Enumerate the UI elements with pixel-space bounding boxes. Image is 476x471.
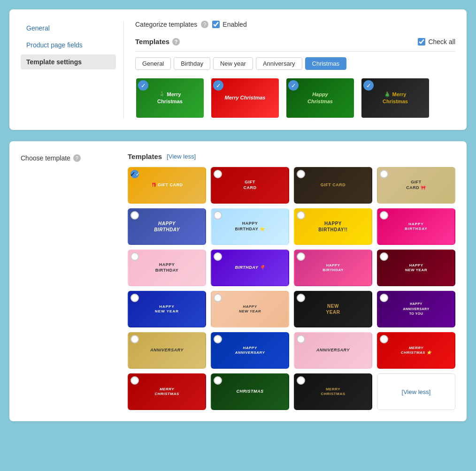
card-xmas5[interactable]: MerryChristmas ⭐	[377, 332, 455, 369]
categorize-row: Categorize templates ? Enabled	[135, 21, 455, 28]
card-gc3[interactable]: Gift Card	[294, 167, 372, 204]
check-all-text: Check all	[428, 38, 455, 46]
check-dot-bd2	[214, 211, 222, 220]
enabled-checkbox-label[interactable]: Enabled	[212, 21, 246, 28]
templates-title-text: Templates	[135, 38, 169, 46]
card-ny1-text: HAPPYNEW YEAR	[153, 303, 181, 316]
christmas-card-1[interactable]: ✓ 🎄 MerryChristmas	[135, 77, 205, 119]
card-xmas7-text: Christmas	[235, 387, 266, 396]
card-xmas7[interactable]: Christmas	[211, 373, 289, 410]
check-dot-ny1	[131, 294, 139, 302]
card-bd7-text: HAPPYBIRTHDAY	[321, 261, 345, 275]
card-gc2[interactable]: GiftCard	[211, 167, 289, 204]
choose-template-label: Choose template ?	[21, 154, 116, 162]
card-ny2[interactable]: HAPPYNEW YEAR	[211, 291, 289, 327]
card-bd2[interactable]: HAPPYBIRTHDAY ⭐	[211, 208, 289, 245]
tab-anniversary[interactable]: Anniversary	[256, 57, 302, 70]
card-ann3-text: Anniversary	[315, 346, 352, 355]
templates-header: Templates ? Check all	[135, 38, 455, 52]
sidebar-item-template-settings[interactable]: Template settings	[21, 54, 116, 69]
check-dot-bd3	[297, 211, 305, 220]
card-gc2-text: GiftCard	[242, 178, 259, 192]
tab-birthday[interactable]: Birthday	[174, 57, 210, 70]
check-dot-xmas8	[297, 376, 305, 385]
check-badge-2: ✓	[213, 80, 223, 91]
check-dot-gc2	[214, 170, 222, 178]
card-4-text: 🎄 MerryChristmas	[380, 78, 411, 118]
card-ann2-text: HappyAnniversary	[233, 344, 267, 357]
card-bd7[interactable]: HAPPYBIRTHDAY	[294, 250, 372, 286]
card-bd1[interactable]: HappyBirthday	[128, 208, 206, 245]
templates-section-title: Templates ?	[135, 38, 180, 46]
card-bd2-text: HAPPYBIRTHDAY ⭐	[233, 219, 267, 234]
check-all-label[interactable]: Check all	[418, 38, 455, 46]
card-bd5[interactable]: HappyBirthday	[128, 250, 206, 286]
card-bd3-text: HappyBirthday!!	[316, 219, 349, 235]
christmas-card-3[interactable]: ✓ HappyChristmas	[285, 77, 355, 119]
card-xmas5-text: MerryChristmas ⭐	[399, 344, 433, 357]
sidebar-item-general[interactable]: General	[21, 21, 116, 36]
card-gc4[interactable]: GiftCard 🎀	[377, 167, 455, 204]
card-xmas8[interactable]: MerryChristmas	[294, 373, 372, 410]
card-bd5-text: HappyBirthday	[154, 260, 181, 275]
check-dot-xmas7	[214, 376, 222, 385]
check-dot-bd4	[380, 211, 388, 220]
enabled-checkbox[interactable]	[212, 21, 220, 28]
card-view-less[interactable]: [View less]	[377, 373, 455, 410]
filter-tabs: General Birthday New year Anniversary Ch…	[135, 57, 455, 70]
card-3-text: HappyChristmas	[305, 78, 336, 118]
card-bd6[interactable]: Birthday 🎈	[211, 250, 289, 286]
card-ny-extra-text: HAPPYNEW YEAR	[403, 261, 429, 275]
choose-template-help-icon[interactable]: ?	[73, 154, 81, 162]
choose-template-section: Choose template ?	[21, 152, 124, 410]
card-bd1-text: HappyBirthday	[152, 219, 182, 235]
card-gc3-text: Gift Card	[319, 181, 348, 190]
bottom-templates-header: Templates [View less]	[128, 152, 455, 160]
bottom-panel: Choose template ? Templates [View less] …	[9, 141, 467, 421]
card-bd4[interactable]: HAPPYBIRTHDAY	[377, 208, 455, 245]
card-1-text: 🎄 MerryChristmas	[154, 78, 185, 118]
card-ny2-text: HAPPYNEW YEAR	[237, 303, 263, 316]
bottom-templates-title: Templates	[128, 152, 162, 160]
enabled-label-text: Enabled	[223, 21, 246, 28]
check-dot-ann2	[214, 335, 222, 343]
check-dot-bd1	[131, 211, 139, 220]
card-gc4-text: GiftCard 🎀	[404, 178, 428, 192]
card-2-text: Merry Christmas	[222, 78, 269, 118]
card-xmas6-text: MerryChristmas	[153, 385, 181, 399]
card-ann1[interactable]: Anniversary	[128, 332, 206, 369]
check-badge-1: ✓	[138, 80, 148, 91]
card-ann1-text: Anniversary	[148, 346, 185, 355]
check-dot-gc3	[297, 170, 305, 178]
card-xmas6[interactable]: MerryChristmas	[128, 373, 206, 410]
card-xmas8-text: MerryChristmas	[319, 385, 347, 399]
check-dot-ny-extra	[380, 252, 388, 261]
check-all-checkbox[interactable]	[418, 38, 425, 46]
choose-template-text: Choose template	[21, 154, 70, 162]
check-dot-ann1	[131, 335, 139, 343]
view-less-link-top[interactable]: [View less]	[167, 153, 196, 160]
tab-general[interactable]: General	[135, 57, 171, 70]
christmas-card-4[interactable]: ✓ 🎄 MerryChristmas	[361, 77, 430, 119]
view-less-link-bottom[interactable]: [View less]	[402, 388, 431, 395]
tab-christmas[interactable]: Christmas	[305, 57, 347, 70]
card-ann-extra-text: HAPPYANNIVERSARYTO YOU	[401, 300, 431, 319]
card-ann3[interactable]: Anniversary	[294, 332, 372, 369]
sidebar-item-product-page-fields[interactable]: Product page fields	[21, 38, 116, 53]
card-gc1[interactable]: ✓ 🎁 GIFT CARD	[128, 167, 206, 204]
card-ny3-text: NewYear	[324, 301, 342, 317]
card-ann2[interactable]: HappyAnniversary	[211, 332, 289, 369]
card-bd3[interactable]: HappyBirthday!!	[294, 208, 372, 245]
card-ny3[interactable]: NewYear	[294, 291, 372, 327]
check-dot-xmas5	[380, 335, 388, 343]
check-dot-bd7	[297, 252, 305, 261]
check-dot-bd6	[214, 252, 222, 261]
templates-help-icon[interactable]: ?	[172, 38, 180, 46]
categorize-help-icon[interactable]: ?	[201, 21, 208, 28]
christmas-card-2[interactable]: ✓ Merry Christmas	[210, 77, 280, 119]
top-panel: General Product page fields Template set…	[9, 9, 467, 130]
card-ny1[interactable]: HAPPYNEW YEAR	[128, 291, 206, 327]
card-ny-extra[interactable]: HAPPYNEW YEAR	[377, 250, 455, 286]
card-ann-extra[interactable]: HAPPYANNIVERSARYTO YOU	[377, 291, 455, 327]
tab-new-year[interactable]: New year	[213, 57, 253, 70]
